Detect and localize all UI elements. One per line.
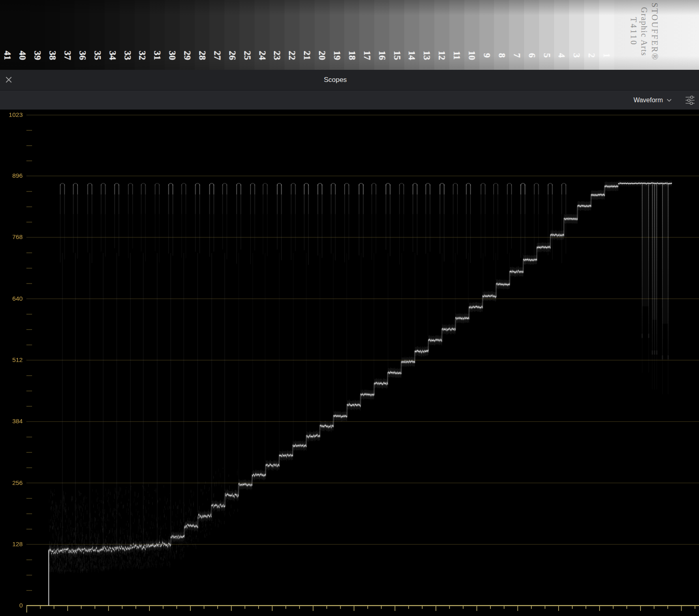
wedge-step-number: 33: [123, 51, 132, 60]
wedge-step: 2: [584, 0, 599, 70]
wedge-step: 37: [60, 0, 75, 70]
wedge-step: 18: [344, 0, 359, 70]
brand-line: Graphic Arts: [639, 0, 649, 66]
wedge-step-number: 18: [347, 51, 356, 60]
wedge-step: 15: [389, 0, 404, 70]
wedge-step: 26: [224, 0, 239, 70]
scope-settings-icon: [685, 95, 695, 106]
wedge-step: 40: [15, 0, 30, 70]
brand-line: T4110: [628, 0, 639, 66]
scopes-window: 4140393837363534333231302928272625242322…: [0, 0, 699, 616]
wedge-step: 33: [120, 0, 135, 70]
wedge-step: 36: [75, 0, 90, 70]
wedge-step: 19: [330, 0, 345, 70]
wedge-step: 13: [419, 0, 434, 70]
chevron-down-icon: [667, 99, 672, 102]
panel-title: Scopes: [0, 70, 685, 90]
wedge-step: 17: [359, 0, 374, 70]
wedge-step: 4: [554, 0, 569, 70]
wedge-step-number: 36: [78, 51, 87, 60]
wedge-step: 34: [105, 0, 120, 70]
wedge-step: 3: [569, 0, 584, 70]
wedge-step-number: 7: [512, 53, 521, 58]
wedge-step: 6: [524, 0, 539, 70]
wedge-step-number: 28: [198, 51, 207, 60]
wedge-step: 25: [239, 0, 255, 70]
wedge-step-number: 38: [48, 51, 57, 60]
wedge-step-number: 31: [153, 51, 162, 60]
wedge-step: 30: [165, 0, 180, 70]
wedge-step-number: 19: [332, 51, 342, 60]
wedge-step: 10: [464, 0, 479, 70]
wedge-step-number: 30: [168, 51, 177, 60]
wedge-step: 12: [434, 0, 449, 70]
wedge-step-number: 34: [108, 51, 117, 60]
wedge-step: 27: [209, 0, 224, 70]
wedge-step-number: 1: [602, 53, 611, 58]
scope-type-dropdown[interactable]: Waveform: [634, 90, 672, 110]
wedge-step: 39: [30, 0, 45, 70]
wedge-step: 5: [539, 0, 554, 70]
wedge-step-number: 40: [18, 51, 27, 60]
scope-type-label: Waveform: [634, 97, 663, 104]
wedge-clear-margin: STOUFFER® Graphic Arts T4110: [614, 0, 699, 70]
wedge-step: 38: [45, 0, 60, 70]
wedge-step-number: 35: [93, 51, 102, 60]
wedge-step: 11: [449, 0, 464, 70]
wedge-step: 14: [404, 0, 419, 70]
panel-header: Scopes: [0, 70, 699, 90]
wedge-step: 41: [0, 0, 15, 70]
wedge-step-number: 21: [302, 51, 312, 60]
wedge-step: 29: [180, 0, 195, 70]
wedge-step: 7: [509, 0, 524, 70]
wedge-step-number: 3: [572, 53, 581, 58]
waveform-canvas: [0, 110, 699, 616]
wedge-step-number: 14: [407, 51, 416, 60]
wedge-step: 20: [315, 0, 330, 70]
wedge-brand-text: STOUFFER® Graphic Arts T4110: [619, 0, 660, 66]
wedge-step: 24: [255, 0, 270, 70]
brand-line: STOUFFER®: [649, 0, 660, 66]
wedge-step-number: 24: [257, 51, 267, 60]
wedge-step: 1: [599, 0, 614, 70]
wedge-step: 9: [479, 0, 494, 70]
wedge-step-number: 39: [33, 51, 42, 60]
wedge-step: 32: [135, 0, 150, 70]
wedge-step-number: 6: [527, 53, 536, 58]
wedge-step-number: 10: [467, 51, 477, 60]
wedge-step-number: 27: [212, 51, 222, 60]
wedge-step-number: 29: [183, 51, 192, 60]
wedge-step-number: 8: [497, 53, 506, 58]
wedge-step: 8: [494, 0, 509, 70]
wedge-step-number: 16: [377, 51, 386, 60]
wedge-step: 21: [300, 0, 315, 70]
wedge-step-number: 25: [242, 51, 252, 60]
wedge-step-number: 41: [3, 51, 12, 60]
wedge-step: 22: [285, 0, 300, 70]
wedge-step: 23: [270, 0, 285, 70]
film-step-wedge-image: 4140393837363534333231302928272625242322…: [0, 0, 699, 70]
wedge-step-number: 26: [227, 51, 237, 60]
wedge-step: 35: [90, 0, 105, 70]
wedge-step-number: 22: [287, 51, 297, 60]
wedge-step-number: 32: [138, 51, 147, 60]
wedge-step-number: 13: [422, 51, 431, 60]
waveform-scope-display: 10238967686405123842561280: [0, 110, 699, 616]
wedge-step-number: 37: [63, 51, 72, 60]
wedge-step-number: 17: [362, 51, 371, 60]
wedge-step-number: 15: [392, 51, 401, 60]
wedge-step-number: 4: [557, 53, 566, 58]
wedge-step-number: 11: [452, 51, 462, 60]
scope-toolbar: Waveform: [0, 90, 699, 110]
wedge-step: 16: [374, 0, 389, 70]
wedge-step-number: 5: [542, 53, 551, 58]
wedge-step-number: 23: [272, 51, 282, 60]
wedge-step-number: 2: [587, 53, 596, 58]
wedge-step: 28: [195, 0, 210, 70]
wedge-step-number: 12: [437, 51, 447, 60]
wedge-step-number: 9: [482, 53, 491, 58]
wedge-step: 31: [150, 0, 165, 70]
wedge-step-number: 20: [317, 51, 327, 60]
scope-settings-button[interactable]: [684, 95, 696, 106]
